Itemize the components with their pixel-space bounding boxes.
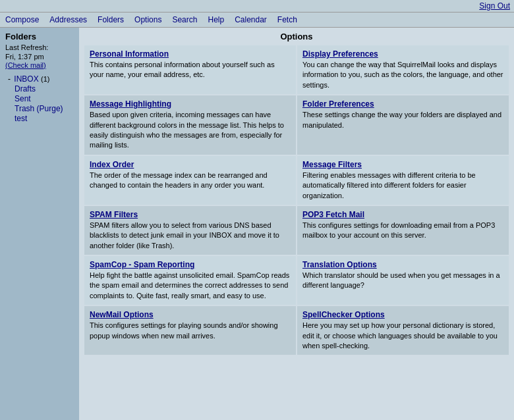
option-link-right-0[interactable]: Display Preferences [302,49,503,59]
option-desc-left-5: This configures settings for playing sou… [90,321,291,341]
trash-folder: Trash (Purge) [12,104,74,113]
sidebar: Folders Last Refresh: Fri, 1:37 pm (Chec… [0,28,79,420]
folder-dash: - [8,74,11,84]
option-link-left-2[interactable]: Index Order [90,160,291,169]
option-desc-right-5: Here you may set up how your personal di… [302,321,503,351]
test-link[interactable]: test [14,114,27,123]
test-folder: test [12,114,74,123]
top-bar: Sign Out [0,0,514,13]
option-desc-left-3: SPAM filters allow you to select from va… [90,221,291,251]
sub-folders: Drafts Sent Trash (Purge) test [5,84,74,123]
option-right-3: POP3 Fetch MailThis configures settings … [297,206,509,255]
sidebar-title: Folders [5,32,74,41]
option-left-0: Personal InformationThis contains person… [84,45,296,94]
nav-help[interactable]: Help [208,15,224,24]
option-left-2: Index OrderThe order of the message inde… [84,156,296,205]
refresh-time: Fri, 1:37 pm [5,53,44,61]
inbox-count: (1) [41,75,49,83]
drafts-folder: Drafts [12,84,74,93]
option-desc-left-0: This contains personal information about… [90,60,291,80]
sign-out-button[interactable]: Sign Out [479,1,510,11]
option-desc-right-4: Which translator should be used when you… [302,271,503,291]
options-grid: Personal InformationThis contains person… [79,45,514,360]
trash-link[interactable]: Trash [14,104,34,113]
content-area: Options Personal InformationThis contain… [79,28,514,420]
option-link-right-2[interactable]: Message Filters [302,160,503,169]
nav-addresses[interactable]: Addresses [49,15,87,24]
option-link-left-1[interactable]: Message Highlighting [90,99,291,109]
nav-fetch[interactable]: Fetch [277,15,297,24]
sent-folder: Sent [12,94,74,103]
nav-compose[interactable]: Compose [5,15,39,24]
option-link-left-5[interactable]: NewMail Options [90,310,291,319]
option-desc-left-2: The order of the message index can be re… [90,171,291,191]
option-desc-right-3: This configures settings for downloading… [302,221,503,241]
drafts-link[interactable]: Drafts [14,84,36,93]
sent-link[interactable]: Sent [14,94,31,103]
inbox-link[interactable]: INBOX [14,74,38,84]
option-right-0: Display PreferencesYou can change the wa… [297,45,509,94]
nav-calendar[interactable]: Calendar [235,15,267,24]
last-refresh-label: Last Refresh: [5,43,48,51]
option-desc-right-2: Filtering enables messages with differen… [302,171,503,201]
option-right-2: Message FiltersFiltering enables message… [297,156,509,205]
main-layout: Folders Last Refresh: Fri, 1:37 pm (Chec… [0,28,514,420]
nav-options[interactable]: Options [134,15,161,24]
option-left-5: NewMail OptionsThis configures settings … [84,306,296,355]
nav-folders[interactable]: Folders [98,15,124,24]
inbox-folder: - INBOX (1) [5,74,74,84]
option-right-5: SpellChecker OptionsHere you may set up … [297,306,509,355]
option-right-4: Translation OptionsWhich translator shou… [297,256,509,305]
option-link-left-0[interactable]: Personal Information [90,49,291,59]
option-link-right-3[interactable]: POP3 Fetch Mail [302,210,503,219]
option-right-1: Folder PreferencesThese settings change … [297,95,509,155]
option-link-right-1[interactable]: Folder Preferences [302,99,503,109]
option-link-right-4[interactable]: Translation Options [302,260,503,269]
nav-bar: ComposeAddressesFoldersOptionsSearchHelp… [0,13,514,28]
options-title: Options [79,28,514,45]
option-desc-left-4: Help fight the battle against unsolicite… [90,271,291,301]
option-left-4: SpamCop - Spam ReportingHelp fight the b… [84,256,296,305]
option-desc-right-0: You can change the way that SquirrelMail… [302,60,503,90]
option-link-left-4[interactable]: SpamCop - Spam Reporting [90,260,291,269]
option-desc-left-1: Based upon given criteria, incoming mess… [90,110,291,151]
option-link-left-3[interactable]: SPAM Filters [90,210,291,219]
check-mail-link[interactable]: (Check mail) [5,61,74,69]
purge-link[interactable]: (Purge) [37,104,63,113]
nav-search[interactable]: Search [172,15,197,24]
option-desc-right-1: These settings change the way your folde… [302,110,503,130]
option-left-3: SPAM FiltersSPAM filters allow you to se… [84,206,296,255]
option-left-1: Message HighlightingBased upon given cri… [84,95,296,155]
option-link-right-5[interactable]: SpellChecker Options [302,310,503,319]
